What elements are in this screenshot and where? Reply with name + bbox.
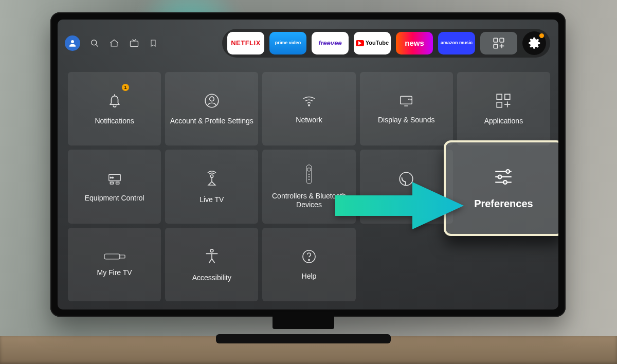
svg-rect-17 [497, 102, 502, 107]
svg-rect-22 [116, 182, 119, 184]
tile-alexa[interactable]: Alexa [360, 150, 453, 223]
remote-icon [304, 164, 314, 185]
tile-display[interactable]: Display & Sounds [360, 72, 453, 145]
empty-cell [360, 228, 453, 301]
tile-myfiretv[interactable]: My Fire TV [68, 228, 161, 301]
svg-point-35 [498, 175, 502, 179]
equipment-icon [104, 171, 125, 187]
app-youtube[interactable]: YouTube [354, 32, 391, 54]
tile-label: Network [296, 116, 322, 124]
tile-notifications[interactable]: 1 Notifications [68, 72, 161, 145]
svg-rect-38 [104, 254, 120, 259]
svg-point-23 [110, 177, 112, 178]
svg-rect-21 [110, 182, 113, 184]
tv-frame: NETFLIX prime video freevee YouTube news… [50, 12, 566, 317]
svg-rect-39 [120, 255, 125, 258]
youtube-play-icon [356, 40, 364, 46]
app-strip: NETFLIX prime video freevee YouTube news… [222, 29, 550, 58]
tile-livetv[interactable]: Live TV [165, 150, 258, 223]
svg-rect-15 [497, 95, 502, 100]
tile-accessibility[interactable]: Accessibility [165, 228, 258, 301]
svg-point-33 [506, 170, 510, 173]
svg-point-24 [112, 177, 114, 178]
tile-equipment[interactable]: Equipment Control [68, 150, 161, 223]
svg-point-42 [308, 260, 310, 261]
tile-label: Account & Profile Settings [170, 117, 253, 125]
search-icon[interactable] [89, 38, 100, 48]
tile-controllers[interactable]: Controllers & Bluetooth Devices [262, 150, 355, 223]
tile-network[interactable]: Network [262, 72, 355, 145]
alexa-icon [397, 170, 415, 188]
live-tv-icon[interactable] [129, 38, 140, 48]
tile-preferences[interactable]: Preferences [444, 140, 558, 235]
bookmark-icon[interactable] [149, 38, 157, 48]
profile-button[interactable] [65, 35, 80, 51]
app-freevee[interactable]: freevee [312, 32, 349, 54]
tile-label: Equipment Control [85, 194, 144, 203]
settings-grid: 1 Notifications Account & Profile Settin… [68, 72, 550, 301]
app-label: YouTube [366, 40, 389, 46]
tile-label: Display & Sounds [378, 116, 435, 124]
svg-point-0 [71, 40, 74, 43]
accessibility-icon [203, 247, 221, 266]
tile-label: Accessibility [192, 274, 231, 282]
svg-point-25 [210, 175, 213, 177]
firetv-stick-icon [103, 252, 126, 261]
empty-cell [457, 228, 550, 301]
svg-rect-4 [494, 38, 498, 42]
svg-rect-16 [505, 95, 510, 100]
svg-point-40 [210, 249, 213, 252]
notification-badge: 1 [122, 84, 129, 91]
tv-stand [216, 313, 391, 345]
home-icon[interactable] [109, 38, 119, 48]
account-icon [203, 92, 221, 110]
svg-line-2 [96, 45, 98, 47]
tv-screen: NETFLIX prime video freevee YouTube news… [58, 20, 558, 310]
tile-label: Preferences [474, 198, 533, 210]
svg-point-27 [307, 168, 311, 172]
svg-point-12 [308, 105, 310, 106]
sliders-icon [490, 166, 517, 188]
app-netflix[interactable]: NETFLIX [227, 32, 264, 54]
bell-icon [106, 92, 123, 110]
svg-rect-3 [131, 41, 138, 47]
notification-indicator-icon [539, 33, 544, 38]
antenna-icon [204, 170, 220, 188]
tile-label: Help [302, 272, 317, 281]
apps-icon [495, 92, 512, 110]
tile-label: Controllers & Bluetooth Devices [266, 192, 351, 209]
svg-rect-5 [500, 38, 504, 42]
wifi-icon [299, 93, 319, 108]
app-amazon-music[interactable]: amazon music [438, 32, 475, 54]
settings-button[interactable] [522, 31, 546, 55]
svg-point-30 [308, 179, 310, 180]
svg-point-11 [210, 97, 214, 101]
svg-rect-6 [494, 44, 498, 48]
app-prime-video[interactable]: prime video [269, 32, 306, 54]
tile-help[interactable]: Help [262, 228, 355, 301]
apps-grid-button[interactable] [480, 32, 517, 54]
tile-label: Notifications [95, 117, 134, 125]
display-icon [396, 93, 416, 108]
svg-point-1 [92, 40, 97, 45]
nav-left [63, 35, 157, 51]
tile-applications[interactable]: Applications [457, 72, 550, 145]
top-bar: NETFLIX prime video freevee YouTube news… [63, 29, 554, 58]
svg-point-29 [308, 176, 310, 177]
svg-point-28 [308, 174, 310, 175]
tile-label: My Fire TV [97, 268, 132, 277]
app-news[interactable]: news [396, 32, 433, 54]
svg-point-37 [503, 180, 507, 184]
tile-account[interactable]: Account & Profile Settings [165, 72, 258, 145]
tile-label: Live TV [199, 195, 224, 204]
help-icon [301, 248, 317, 265]
tile-label: Applications [484, 117, 523, 125]
tile-preferences-wrapper: Preferences [457, 150, 550, 223]
tile-label: Alexa [397, 195, 415, 204]
